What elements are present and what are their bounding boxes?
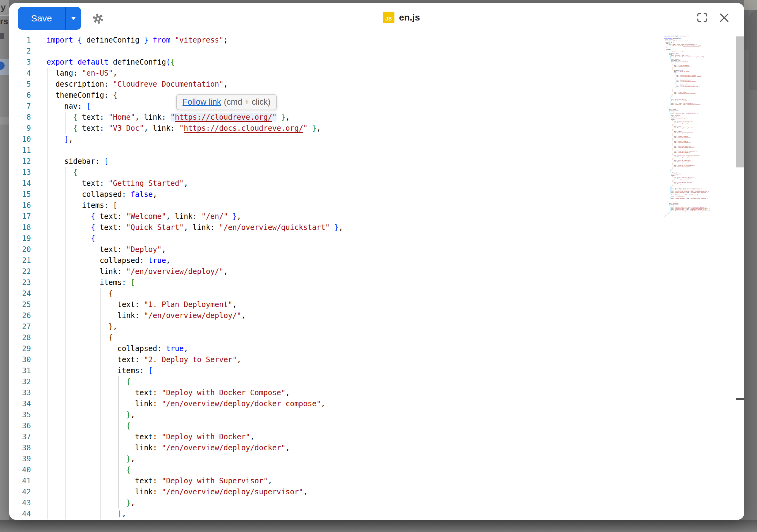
js-file-icon: JS xyxy=(383,12,394,23)
url-link[interactable]: https://docs.cloudreve.org/ xyxy=(682,45,699,46)
screen: { "header": { "save_label": "Save", "fil… xyxy=(0,0,757,532)
url-link[interactable]: https://cloudreve.org/ xyxy=(175,113,272,122)
save-button-label: Save xyxy=(31,13,52,24)
code-line[interactable]: 12 sidebar: [ xyxy=(9,156,735,167)
background-divider xyxy=(0,15,9,16)
code-line[interactable]: 21 collapsed: true, xyxy=(9,255,735,266)
code-line[interactable]: 43 }, xyxy=(9,497,735,508)
close-button[interactable] xyxy=(718,12,730,24)
code-line[interactable]: 16 items: [ xyxy=(9,200,735,211)
code-line[interactable]: 35 }, xyxy=(9,409,735,420)
hovered-link[interactable]: "https://cloudreve.org/" xyxy=(170,113,277,122)
line-number: 26 xyxy=(9,310,31,321)
line-number: 24 xyxy=(9,288,31,299)
dialog-header: Save JS en.js xyxy=(9,3,744,34)
line-number: 15 xyxy=(9,189,31,200)
code-line[interactable]: 32 { xyxy=(9,376,735,387)
backdrop-card-corner xyxy=(749,10,757,90)
code-line[interactable]: 34 link: "/en/overview/deploy/docker-com… xyxy=(9,398,735,409)
code-line[interactable]: 40 { xyxy=(9,464,735,475)
code-line[interactable]: 3export default defineConfig({ xyxy=(9,57,735,68)
code-line[interactable]: 10 ], xyxy=(9,134,735,145)
file-name: en.js xyxy=(399,12,420,23)
line-number: 41 xyxy=(9,475,31,487)
code-line[interactable]: 13 { xyxy=(9,167,735,178)
code-line[interactable]: 26 link: "/en/overview/deploy/", xyxy=(9,310,735,321)
dialog-title: JS en.js xyxy=(383,12,420,23)
line-number: 16 xyxy=(9,200,31,211)
line-number: 10 xyxy=(9,134,31,145)
background-sidebar-text: rs xyxy=(0,16,9,26)
follow-link[interactable]: Follow link xyxy=(183,97,221,107)
backdrop-right xyxy=(744,0,757,532)
code-line[interactable]: 7 nav: [ xyxy=(9,101,735,112)
line-number: 4 xyxy=(9,68,31,79)
code-line[interactable]: 1import { defineConfig } from "vitepress… xyxy=(9,35,735,45)
code-line[interactable]: 31 items: [ xyxy=(9,365,735,376)
background-row xyxy=(0,117,9,125)
line-number: 2 xyxy=(9,45,31,57)
line-number: 6 xyxy=(9,90,31,101)
code-line[interactable]: 11 xyxy=(9,145,735,156)
line-number: 11 xyxy=(9,145,31,156)
code-line[interactable]: 30 text: "2. Deploy to Server", xyxy=(9,354,735,365)
minimap[interactable]: import { defineConfig } from "vitepress"… xyxy=(664,36,722,231)
line-number: 37 xyxy=(9,431,31,442)
url-link[interactable]: https://docs.cloudreve.org/ xyxy=(184,124,303,133)
line-number: 13 xyxy=(9,167,31,178)
line-number: 27 xyxy=(9,321,31,332)
code-line[interactable]: 9 { text: "V3 Doc", link: "https://docs.… xyxy=(9,123,735,134)
code-line[interactable]: 28 { xyxy=(9,332,735,343)
save-dropdown-button[interactable] xyxy=(66,7,81,30)
code-line[interactable]: 25 text: "1. Plan Deployment", xyxy=(9,299,735,310)
code-line[interactable]: 41 text: "Deploy with Supervisor", xyxy=(9,475,735,487)
scrollbar[interactable] xyxy=(735,35,744,520)
code-line[interactable]: 24 { xyxy=(9,288,735,299)
code-editor-dialog: Save JS en.js xyxy=(9,3,744,520)
line-number: 33 xyxy=(9,387,31,398)
code-line[interactable]: 38 link: "/en/overview/deploy/docker", xyxy=(9,442,735,453)
line-number: 14 xyxy=(9,178,31,189)
code-editor[interactable]: 1import { defineConfig } from "vitepress… xyxy=(9,35,744,520)
gear-icon xyxy=(92,13,104,25)
line-number: 25 xyxy=(9,299,31,310)
line-number: 8 xyxy=(9,112,31,123)
code-line[interactable]: 44 ], xyxy=(9,508,735,519)
settings-button[interactable] xyxy=(92,13,104,25)
line-number: 19 xyxy=(9,233,31,244)
line-number: 28 xyxy=(9,332,31,343)
scrollbar-marker xyxy=(736,398,744,400)
code-line[interactable]: 17 { text: "Welcome", link: "/en/" }, xyxy=(9,211,735,222)
code-line[interactable]: 22 link: "/en/overview/deploy/", xyxy=(9,266,735,277)
backdrop-right-fade xyxy=(744,10,749,50)
code-line[interactable]: 19 { xyxy=(9,233,735,244)
line-number: 39 xyxy=(9,453,31,464)
line-number: 17 xyxy=(9,211,31,222)
code-line[interactable]: 39 }, xyxy=(9,453,735,464)
code-line[interactable]: 5 description: "Cloudreve Documentation"… xyxy=(9,79,735,90)
backdrop-right-top xyxy=(744,0,757,10)
code-line[interactable]: 14 text: "Getting Started", xyxy=(9,178,735,189)
line-number: 1 xyxy=(9,35,31,45)
save-button[interactable]: Save xyxy=(18,7,65,30)
code-line[interactable]: 42 link: "/en/overview/deploy/supervisor… xyxy=(9,487,735,497)
scrollbar-thumb[interactable] xyxy=(736,37,744,167)
follow-link-hint: (cmd + click) xyxy=(224,97,270,107)
code-line[interactable]: 23 items: [ xyxy=(9,277,735,288)
line-number: 23 xyxy=(9,277,31,288)
code-line[interactable]: 6 themeConfig: { xyxy=(9,90,735,101)
minimap-line: }); xyxy=(664,217,722,218)
code-line[interactable]: 18 { text: "Quick Start", link: "/en/ove… xyxy=(9,222,735,233)
code-line[interactable]: 37 text: "Deploy with Docker", xyxy=(9,431,735,442)
code-line[interactable]: 8 { text: "Home", link: "https://cloudre… xyxy=(9,112,735,123)
code-line[interactable]: 15 collapsed: false, xyxy=(9,189,735,200)
code-line[interactable]: 33 text: "Deploy with Docker Compose", xyxy=(9,387,735,398)
code-line[interactable]: 36 { xyxy=(9,420,735,431)
code-line[interactable]: 20 text: "Deploy", xyxy=(9,244,735,255)
line-number: 43 xyxy=(9,497,31,508)
code-line[interactable]: 27 }, xyxy=(9,321,735,332)
code-line[interactable]: 2 xyxy=(9,45,735,57)
code-line[interactable]: 4 lang: "en-US", xyxy=(9,68,735,79)
code-line[interactable]: 29 collapsed: true, xyxy=(9,343,735,354)
fullscreen-button[interactable] xyxy=(696,12,708,23)
